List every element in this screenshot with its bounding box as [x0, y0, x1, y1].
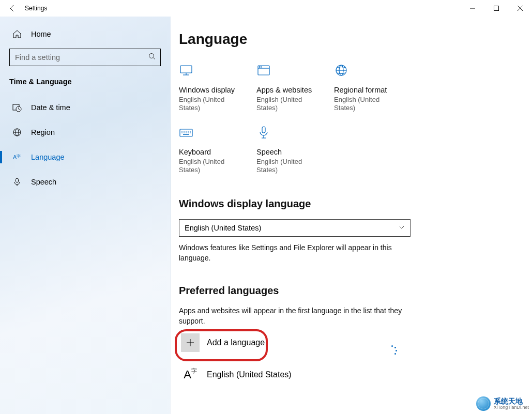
watermark-title: 系统天地 — [494, 397, 529, 405]
nav-date-time[interactable]: Date & time — [0, 97, 170, 118]
add-language-button[interactable]: Add a language — [179, 330, 411, 355]
preferred-languages-heading: Preferred languages — [179, 285, 511, 297]
titlebar: Settings — [0, 0, 532, 17]
add-language-label: Add a language — [207, 338, 265, 347]
calendar-clock-icon — [12, 103, 22, 112]
nav-label: Speech — [31, 178, 56, 186]
language-glyph-icon: A字 — [181, 365, 200, 384]
nav-region[interactable]: Region — [0, 122, 170, 143]
svg-point-23 — [261, 67, 261, 67]
tile-title: Windows display — [179, 86, 256, 94]
svg-rect-1 — [494, 6, 499, 11]
search-input[interactable] — [9, 49, 161, 66]
back-button[interactable] — [4, 0, 21, 17]
select-value: English (United States) — [185, 224, 261, 232]
home-icon — [12, 29, 22, 39]
watermark-globe-icon — [476, 396, 491, 411]
display-language-select[interactable]: English (United States) — [179, 219, 411, 237]
display-language-hint: Windows features like Settings and File … — [179, 243, 411, 263]
sidebar: Home Time & Language Date & time Region … — [0, 17, 171, 414]
tile-title: Regional format — [334, 86, 412, 94]
tile-title: Speech — [256, 148, 334, 156]
tile-windows-display[interactable]: Windows display English (United States) — [179, 63, 256, 125]
tile-sub: English (United States) — [179, 158, 256, 175]
language-icon: A字 — [12, 152, 22, 162]
tile-sub: English (United States) — [334, 96, 412, 113]
language-tiles: Windows display English (United States) … — [179, 63, 468, 187]
loading-spinner — [387, 345, 397, 356]
watermark-sub: XiTongTianDi.net — [494, 405, 529, 410]
window-title: Settings — [25, 5, 47, 12]
search-icon — [148, 53, 156, 62]
svg-rect-17 — [180, 66, 192, 73]
window-icon — [256, 63, 273, 78]
category-heading: Time & Language — [0, 72, 170, 94]
tile-keyboard[interactable]: Keyboard English (United States) — [179, 125, 256, 187]
language-item-label: English (United States) — [207, 370, 292, 379]
nav-label: Date & time — [31, 103, 70, 112]
nav-home-label: Home — [31, 30, 51, 38]
nav-label: Region — [31, 128, 55, 136]
tile-title: Apps & websites — [256, 86, 334, 94]
svg-point-4 — [149, 54, 154, 58]
minimize-button[interactable] — [461, 0, 484, 17]
keyboard-icon — [179, 125, 195, 140]
svg-text:字: 字 — [17, 154, 21, 159]
nav-label: Language — [31, 153, 65, 161]
tile-sub: English (United States) — [256, 158, 334, 175]
tile-sub: English (United States) — [256, 96, 334, 113]
mic-icon — [256, 125, 273, 140]
plus-icon — [181, 333, 200, 352]
watermark: 系统天地 XiTongTianDi.net — [476, 396, 529, 411]
tile-sub: English (United States) — [179, 96, 256, 113]
globe-icon — [334, 63, 351, 78]
chevron-down-icon — [399, 224, 405, 232]
svg-rect-15 — [16, 178, 19, 182]
nav-language[interactable]: A字 Language — [0, 147, 170, 167]
svg-rect-39 — [262, 127, 265, 133]
close-button[interactable] — [508, 0, 532, 17]
tile-speech[interactable]: Speech English (United States) — [256, 125, 334, 187]
display-language-heading: Windows display language — [179, 198, 511, 210]
tile-title: Keyboard — [179, 148, 256, 156]
globe-icon — [12, 128, 22, 137]
preferred-languages-hint: Apps and websites will appear in the fir… — [179, 306, 411, 326]
nav-home[interactable]: Home — [0, 24, 170, 44]
svg-line-5 — [154, 58, 156, 60]
nav-speech[interactable]: Speech — [0, 172, 170, 192]
svg-point-22 — [259, 67, 260, 67]
main-content: Language Windows display English (United… — [171, 17, 532, 414]
maximize-button[interactable] — [484, 0, 508, 17]
tile-regional-format[interactable]: Regional format English (United States) — [334, 63, 412, 125]
monitor-icon — [179, 63, 195, 78]
page-title: Language — [179, 31, 511, 48]
mic-icon — [12, 177, 22, 187]
tile-apps-websites[interactable]: Apps & websites English (United States) — [256, 63, 334, 125]
language-item[interactable]: A字 English (United States) — [179, 363, 511, 386]
